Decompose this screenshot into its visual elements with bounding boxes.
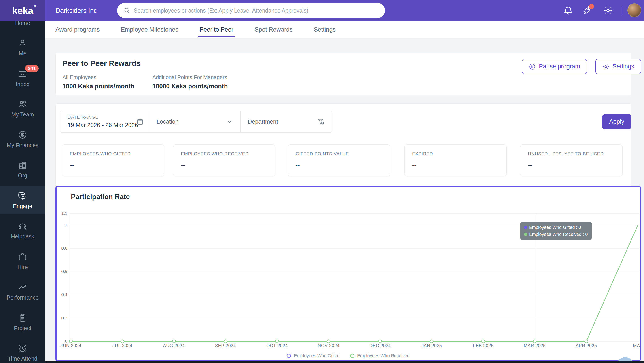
- stat-value: --: [528, 162, 615, 169]
- sidebar-item-helpdesk[interactable]: Helpdesk: [0, 217, 45, 245]
- x-tick-label: AUG 2024: [158, 343, 190, 348]
- tab-settings[interactable]: Settings: [314, 21, 336, 38]
- notifications-button[interactable]: [563, 5, 573, 16]
- data-point: [69, 340, 72, 343]
- top-header: keka✦ Darksiders Inc: [0, 0, 644, 21]
- program-field-all-employees: All Employees 1000 Keka points/month: [62, 74, 134, 90]
- gear-icon: [603, 5, 613, 16]
- stat-card-gifted-points-value: GIFTED POINTS VALUE--: [288, 144, 390, 176]
- tab-spot-rewards[interactable]: Spot Rewards: [255, 21, 293, 38]
- logo-spark-icon: ✦: [33, 3, 37, 9]
- section-tabs: Award programsEmployee MilestonesPeer to…: [45, 21, 644, 38]
- sidebar-item-my-finances[interactable]: My Finances: [0, 125, 45, 153]
- sidebar-item-label: Inbox: [16, 81, 29, 87]
- sidebar-item-label: Project: [14, 325, 31, 332]
- sidebar-item-hire[interactable]: Hire: [0, 247, 45, 275]
- stat-card-unused-pts-yet-to-be-used: UNUSED - PTS. YET TO BE USED--: [520, 144, 622, 176]
- x-tick-label: DEC 2024: [364, 343, 396, 348]
- sidebar-nav: HomeMeInbox241My TeamMy FinancesOrgEngag…: [0, 0, 45, 363]
- pause-program-button[interactable]: Pause program: [522, 59, 587, 74]
- person-icon: [18, 38, 28, 48]
- sidebar-item-engage[interactable]: Engage: [0, 186, 45, 214]
- bell-icon: [563, 5, 573, 16]
- users-icon: [18, 99, 28, 109]
- legend-item-employees-who-gifted[interactable]: Employees Who Gifted: [287, 353, 340, 358]
- pause-icon: [528, 63, 536, 70]
- x-tick-label: NOV 2024: [313, 343, 344, 348]
- sidebar-item-time-attend[interactable]: Time Attend: [0, 339, 45, 363]
- search-icon: [124, 7, 130, 14]
- stat-label: EMPLOYEES WHO GIFTED: [70, 151, 156, 156]
- chart-legend: Employees Who GiftedEmployees Who Receiv…: [56, 353, 640, 358]
- org-icon: [18, 160, 28, 170]
- stat-value: --: [70, 162, 156, 169]
- stat-label: GIFTED POINTS VALUE: [296, 151, 382, 156]
- date-range-label: DATE RANGE: [68, 115, 98, 120]
- x-tick-label: JUL 2024: [107, 343, 138, 348]
- data-point: [378, 340, 382, 343]
- date-range-filter[interactable]: DATE RANGE 19 Mar 2026 - 26 Mar 2026: [60, 111, 149, 132]
- data-point: [482, 340, 485, 343]
- sidebar-item-org[interactable]: Org: [0, 156, 45, 184]
- clock-icon: [18, 343, 28, 353]
- sidebar-item-my-team[interactable]: My Team: [0, 94, 45, 123]
- stat-value: --: [412, 162, 499, 169]
- tab-employee-milestones[interactable]: Employee Milestones: [121, 21, 178, 38]
- sidebar-item-me[interactable]: Me: [0, 33, 45, 62]
- legend-circle-icon: [287, 354, 291, 358]
- y-tick-label: 0: [56, 339, 67, 344]
- sidebar-item-label: My Team: [12, 111, 34, 118]
- location-placeholder: Location: [156, 118, 178, 125]
- funnel-clear-icon[interactable]: [317, 118, 324, 125]
- program-settings-button[interactable]: Settings: [596, 59, 641, 74]
- x-tick-label: MAR 2025: [519, 343, 550, 348]
- x-tick-label: OCT 2024: [262, 343, 293, 348]
- y-tick-label: 0.8: [56, 246, 67, 251]
- whats-new-button[interactable]: [582, 5, 592, 16]
- page-title: Peer to Peer Rewards: [62, 59, 141, 68]
- sidebar-item-project[interactable]: Project: [0, 308, 45, 336]
- sidebar-item-label: Hire: [18, 264, 28, 271]
- x-tick-label: SEP 2024: [210, 343, 241, 348]
- legend-item-employees-who-received[interactable]: Employees Who Received: [350, 353, 410, 358]
- x-tick-label: FEB 2025: [468, 343, 499, 348]
- apply-button[interactable]: Apply: [602, 114, 631, 129]
- y-tick-label: 0.4: [56, 292, 67, 297]
- data-point: [276, 340, 278, 343]
- stat-label: UNUSED - PTS. YET TO BE USED: [528, 151, 615, 156]
- user-avatar[interactable]: [628, 3, 641, 17]
- tab-peer-to-peer[interactable]: Peer to Peer: [200, 21, 234, 38]
- keka-logo[interactable]: keka✦: [0, 0, 45, 21]
- sidebar-item-performance[interactable]: Performance: [0, 278, 45, 306]
- stat-value: --: [296, 162, 382, 169]
- department-filter[interactable]: Department: [240, 111, 332, 132]
- sidebar-item-label: Org: [18, 172, 27, 179]
- field-label: All Employees: [62, 74, 134, 80]
- stat-card-employees-who-received: EMPLOYEES WHO RECEIVED--: [173, 144, 276, 176]
- program-summary-card: Peer to Peer Rewards All Employees 1000 …: [56, 52, 632, 95]
- headset-icon: [18, 221, 28, 231]
- field-value: 1000 Keka points/month: [62, 83, 134, 90]
- sidebar-item-label: Performance: [6, 294, 38, 301]
- company-name: Darksiders Inc: [56, 0, 97, 21]
- location-filter[interactable]: Location: [149, 111, 240, 132]
- field-value: 10000 Keka points/month: [152, 83, 228, 90]
- global-settings-button[interactable]: [603, 5, 613, 16]
- series-line-employees-who-received: [71, 225, 638, 341]
- tab-award-programs[interactable]: Award programs: [56, 21, 100, 38]
- sidebar-item-inbox[interactable]: Inbox241: [0, 64, 45, 92]
- logo-wordmark: keka: [12, 5, 33, 16]
- notification-dot: [589, 4, 594, 9]
- search-input[interactable]: [134, 7, 379, 14]
- x-tick-label: JUN 2024: [56, 343, 86, 348]
- data-point: [430, 340, 433, 343]
- engage-icon: [18, 191, 28, 201]
- date-range-value: 19 Mar 2026 - 26 Mar 2026: [68, 122, 138, 128]
- sidebar-item-label: Time Attend: [8, 356, 37, 362]
- global-search[interactable]: [117, 3, 385, 18]
- department-placeholder: Department: [248, 118, 278, 125]
- tooltip-row: Employees Who Received : 0: [524, 232, 588, 237]
- stat-card-expired: EXPIRED--: [404, 144, 507, 176]
- stat-value: --: [181, 162, 268, 169]
- x-tick-label: JAN 2025: [416, 343, 448, 348]
